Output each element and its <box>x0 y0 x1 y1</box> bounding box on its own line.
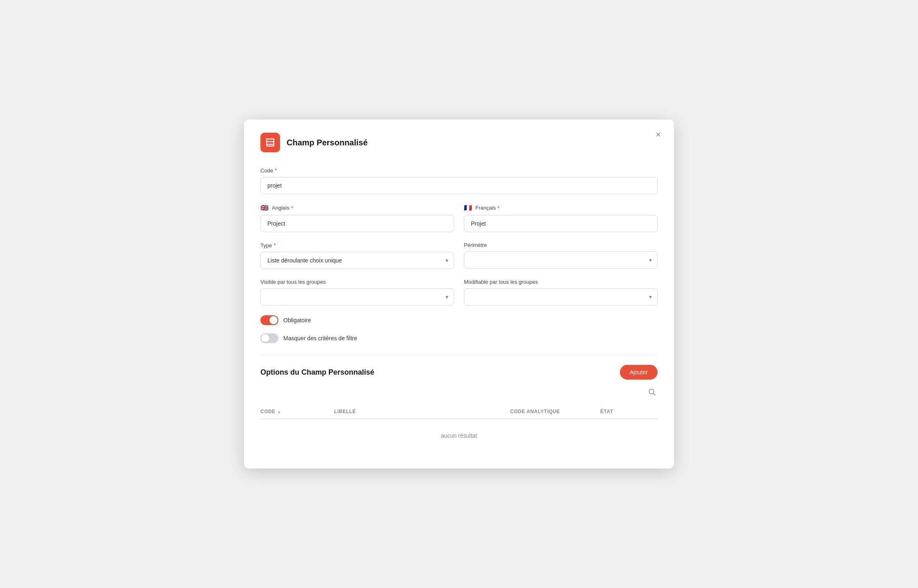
masquer-label: Masquer des critères de filtre <box>283 335 357 341</box>
options-title: Options du Champ Personnalisé <box>260 368 374 377</box>
col-code[interactable]: CODE ▲ <box>260 409 334 414</box>
table-header: CODE ▲ LIBELLÉ CODE ANALYTIQUE ÉTAT <box>260 405 658 419</box>
type-required-star: * <box>274 242 276 249</box>
perimetre-label: Périmètre <box>464 242 658 248</box>
fr-flag: 🇫🇷 <box>464 204 472 212</box>
search-icon <box>648 388 656 396</box>
visible-label: Visible par tous les groupes <box>260 279 454 285</box>
search-button[interactable] <box>646 386 658 400</box>
perimetre-field-section: Périmètre ▾ <box>464 242 658 269</box>
masquer-toggle-track <box>260 333 278 343</box>
obligatoire-toggle[interactable] <box>260 315 278 325</box>
svg-line-1 <box>653 394 656 396</box>
obligatoire-toggle-track <box>260 315 278 325</box>
anglais-field-section: 🇬🇧 Anglais * <box>260 204 454 232</box>
francais-input[interactable] <box>464 215 658 232</box>
modifiable-field-section: Modifiable par tous les groupes ▾ <box>464 279 658 305</box>
language-fields-row: 🇬🇧 Anglais * 🇫🇷 Français * <box>260 204 658 232</box>
svg-point-0 <box>649 389 654 394</box>
col-code-analytique[interactable]: CODE ANALYTIQUE <box>510 409 600 414</box>
obligatoire-label: Obligatoire <box>283 317 311 323</box>
anglais-label: 🇬🇧 Anglais * <box>260 204 454 212</box>
type-label: Type * <box>260 242 454 249</box>
code-label: Code * <box>260 167 658 174</box>
modal-container: Champ Personnalisé × Code * 🇬🇧 Anglais *… <box>244 120 674 468</box>
modifiable-select[interactable] <box>464 288 658 305</box>
table-icon <box>265 137 276 148</box>
code-field-section: Code * <box>260 167 658 194</box>
modifiable-label: Modifiable par tous les groupes <box>464 279 658 285</box>
modal-title: Champ Personnalisé <box>287 138 368 147</box>
uk-flag: 🇬🇧 <box>260 204 269 212</box>
type-select-wrapper: Liste déroulante choix unique ▾ <box>260 252 454 269</box>
masquer-row: Masquer des critères de filtre <box>260 333 658 343</box>
masquer-toggle[interactable] <box>260 333 278 343</box>
visible-select-wrapper: ▾ <box>260 288 454 305</box>
visible-select[interactable] <box>260 288 454 305</box>
search-row <box>260 386 658 400</box>
table-empty-message: aucun résultat <box>260 419 658 452</box>
francais-label: 🇫🇷 Français * <box>464 204 658 212</box>
visible-field-section: Visible par tous les groupes ▾ <box>260 279 454 305</box>
close-button[interactable]: × <box>654 129 662 141</box>
col-libelle[interactable]: LIBELLÉ <box>334 409 510 414</box>
modifiable-select-wrapper: ▾ <box>464 288 658 305</box>
type-perimetre-row: Type * Liste déroulante choix unique ▾ P… <box>260 242 658 269</box>
code-sort-arrow: ▲ <box>277 409 281 414</box>
ajouter-button[interactable]: Ajouter <box>620 365 658 380</box>
perimetre-select-wrapper: ▾ <box>464 251 658 269</box>
section-divider <box>260 355 658 355</box>
modal-icon <box>260 133 280 152</box>
perimetre-select[interactable] <box>464 251 658 269</box>
type-select[interactable]: Liste déroulante choix unique <box>260 252 454 269</box>
anglais-input[interactable] <box>260 215 454 232</box>
anglais-required-star: * <box>291 205 293 211</box>
code-input[interactable] <box>260 177 658 194</box>
obligatoire-row: Obligatoire <box>260 315 658 325</box>
francais-required-star: * <box>497 205 500 211</box>
masquer-toggle-thumb <box>261 334 269 342</box>
obligatoire-toggle-thumb <box>269 316 278 324</box>
code-required-star: * <box>275 167 277 174</box>
col-etat[interactable]: ÉTAT <box>600 409 658 414</box>
visible-modifiable-row: Visible par tous les groupes ▾ Modifiabl… <box>260 279 658 305</box>
type-field-section: Type * Liste déroulante choix unique ▾ <box>260 242 454 269</box>
modal-header: Champ Personnalisé <box>260 133 658 152</box>
francais-field-section: 🇫🇷 Français * <box>464 204 658 232</box>
options-header: Options du Champ Personnalisé Ajouter <box>260 365 658 380</box>
